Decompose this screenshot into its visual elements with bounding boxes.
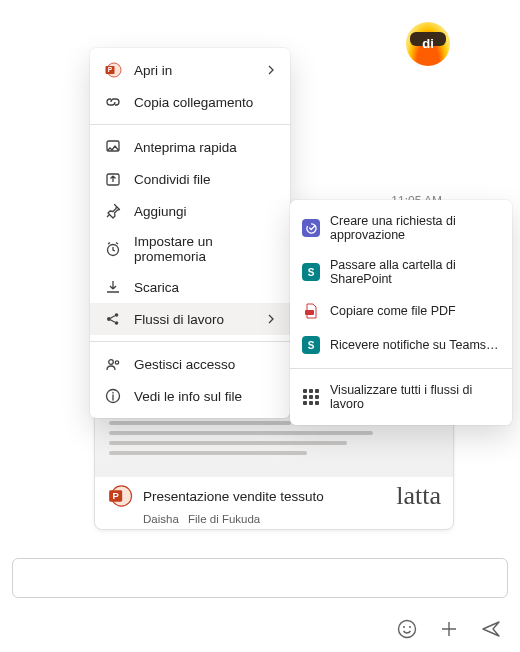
submenu-teams-notify[interactable]: S Ricevere notifiche su Teams…	[290, 328, 512, 362]
menu-label: Aggiungi	[134, 204, 187, 219]
submenu-label: Copiare come file PDF	[330, 304, 456, 318]
submenu-copy-pdf[interactable]: Copiare come file PDF	[290, 294, 512, 328]
svg-point-18	[409, 626, 411, 628]
submenu-view-all-workflows[interactable]: Visualizzare tutti i flussi di lavoro	[290, 375, 512, 419]
svg-text:P: P	[108, 66, 113, 73]
menu-label: Vedi le info sul file	[134, 389, 242, 404]
overlay-text: latta	[396, 481, 441, 511]
chevron-right-icon	[266, 63, 276, 78]
menu-label: Apri in	[134, 63, 172, 78]
file-meta: Daisha File di Fukuda	[95, 513, 453, 530]
menu-copy-link[interactable]: Copia collegamento	[90, 86, 290, 118]
powerpoint-icon: P	[104, 61, 122, 79]
svg-point-7	[115, 313, 119, 317]
workflow-icon	[104, 310, 122, 328]
menu-pin[interactable]: Aggiungi	[90, 195, 290, 227]
menu-set-reminder[interactable]: Impostare un promemoria	[90, 227, 290, 271]
message-compose-box[interactable]	[12, 558, 508, 598]
menu-share-file[interactable]: Condividi file	[90, 163, 290, 195]
file-context-menu: P Apri in Copia collegamento Anteprima r…	[90, 48, 290, 418]
link-icon	[104, 93, 122, 111]
avatar-initials: di	[422, 36, 434, 51]
menu-label: Condividi file	[134, 172, 211, 187]
add-button[interactable]	[438, 618, 460, 640]
menu-download[interactable]: Scarica	[90, 271, 290, 303]
download-icon	[104, 278, 122, 296]
submenu-label: Ricevere notifiche su Teams…	[330, 338, 499, 352]
menu-label: Scarica	[134, 280, 179, 295]
file-author: Daisha	[143, 513, 179, 525]
menu-separator	[90, 124, 290, 125]
menu-label: Impostare un promemoria	[134, 234, 276, 264]
powerpoint-icon: P	[107, 483, 133, 509]
menu-separator	[290, 368, 512, 369]
menu-label: Copia collegamento	[134, 95, 253, 110]
submenu-label: Visualizzare tutti i flussi di lavoro	[330, 383, 500, 411]
clock-icon	[104, 240, 122, 258]
access-icon	[104, 355, 122, 373]
submenu-label: Creare una richiesta di approvazione	[330, 214, 500, 242]
share-icon	[104, 170, 122, 188]
file-source: File di Fukuda	[188, 513, 260, 525]
user-avatar[interactable]: di	[406, 22, 450, 66]
pdf-icon	[302, 302, 320, 320]
svg-text:P: P	[113, 491, 119, 501]
menu-workflows[interactable]: Flussi di lavoro	[90, 303, 290, 335]
info-icon	[104, 387, 122, 405]
pin-icon	[104, 202, 122, 220]
sharepoint-icon: S	[302, 263, 320, 281]
approvals-icon	[302, 219, 320, 237]
emoji-button[interactable]	[396, 618, 418, 640]
submenu-label: Passare alla cartella di SharePoint	[330, 258, 500, 286]
submenu-sharepoint-folder[interactable]: S Passare alla cartella di SharePoint	[290, 250, 512, 294]
svg-point-10	[115, 361, 118, 364]
svg-point-17	[403, 626, 405, 628]
send-button[interactable]	[480, 618, 502, 640]
menu-manage-access[interactable]: Gestisci accesso	[90, 348, 290, 380]
submenu-create-approval[interactable]: Creare una richiesta di approvazione	[290, 206, 512, 250]
svg-point-8	[115, 321, 119, 325]
svg-point-9	[109, 360, 114, 365]
chevron-right-icon	[266, 312, 276, 327]
menu-label: Anteprima rapida	[134, 140, 237, 155]
workflows-submenu: Creare una richiesta di approvazione S P…	[290, 200, 512, 425]
preview-icon	[104, 138, 122, 156]
sharepoint-icon: S	[302, 336, 320, 354]
menu-label: Flussi di lavoro	[134, 312, 224, 327]
menu-file-info[interactable]: Vedi le info sul file	[90, 380, 290, 412]
menu-label: Gestisci accesso	[134, 357, 235, 372]
menu-quick-preview[interactable]: Anteprima rapida	[90, 131, 290, 163]
compose-actions	[396, 618, 502, 640]
apps-grid-icon	[302, 388, 320, 406]
svg-rect-12	[305, 310, 314, 315]
svg-point-6	[107, 317, 111, 321]
svg-point-16	[399, 621, 416, 638]
menu-separator	[90, 341, 290, 342]
menu-open-in[interactable]: P Apri in	[90, 54, 290, 86]
